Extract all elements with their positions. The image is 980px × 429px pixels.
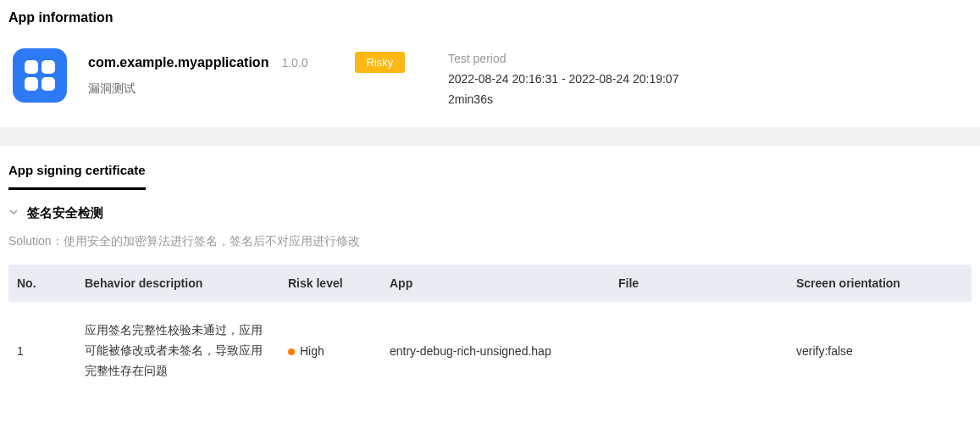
cell-no: 1 xyxy=(8,302,76,399)
app-icon xyxy=(13,48,67,103)
table-row: 1 应用签名完整性校验未通过，应用可能被修改或者未签名，导致应用完整性存在问题 … xyxy=(8,302,972,399)
col-header-screen: Screen orientation xyxy=(788,265,972,302)
solution-text: 使用安全的加密算法进行签名，签名后不对应用进行修改 xyxy=(64,234,360,248)
app-details: com.example.myapplication 1.0.0 Risky 漏洞… xyxy=(88,48,427,106)
app-info-content: com.example.myapplication 1.0.0 Risky 漏洞… xyxy=(0,36,980,127)
app-subtitle: 漏洞测试 xyxy=(88,81,427,97)
test-period-duration: 2min36s xyxy=(448,92,678,106)
tabs-row: App signing certificate xyxy=(0,146,980,190)
col-header-app: App xyxy=(381,265,610,302)
cell-file xyxy=(610,302,788,399)
risk-dot-icon xyxy=(288,348,295,355)
col-header-behavior: Behavior description xyxy=(76,265,280,302)
risk-badge: Risky xyxy=(355,52,406,73)
findings-table: No. Behavior description Risk level App … xyxy=(8,265,972,399)
col-header-no: No. xyxy=(8,265,76,302)
cell-behavior-description: 应用签名完整性校验未通过，应用可能被修改或者未签名，导致应用完整性存在问题 xyxy=(76,302,280,399)
test-period-range: 2022-08-24 20:16:31 - 2022-08-24 20:19:0… xyxy=(448,72,678,86)
app-version: 1.0.0 xyxy=(281,56,307,70)
app-package-name: com.example.myapplication xyxy=(88,55,269,70)
solution-row: Solution：使用安全的加密算法进行签名，签名后不对应用进行修改 xyxy=(0,221,980,265)
table-header-row: No. Behavior description Risk level App … xyxy=(8,265,972,302)
section-divider xyxy=(0,127,980,146)
solution-label: Solution： xyxy=(8,234,64,248)
collapse-header-signing-security[interactable]: 签名安全检测 xyxy=(8,205,972,221)
col-header-file: File xyxy=(610,265,788,302)
chevron-down-icon xyxy=(8,207,19,220)
cell-screen-orientation: verify:false xyxy=(788,302,972,399)
test-period-block: Test period 2022-08-24 20:16:31 - 2022-0… xyxy=(448,48,678,106)
cell-risk-level: High xyxy=(280,302,381,399)
col-header-risk: Risk level xyxy=(280,265,381,302)
risk-level-text: High xyxy=(300,344,324,358)
test-period-label: Test period xyxy=(448,52,678,65)
app-info-title: App information xyxy=(0,0,980,36)
collapse-title: 签名安全检测 xyxy=(27,205,103,221)
cell-app: entry-debug-rich-unsigned.hap xyxy=(381,302,610,399)
tab-app-signing-certificate[interactable]: App signing certificate xyxy=(8,163,146,190)
